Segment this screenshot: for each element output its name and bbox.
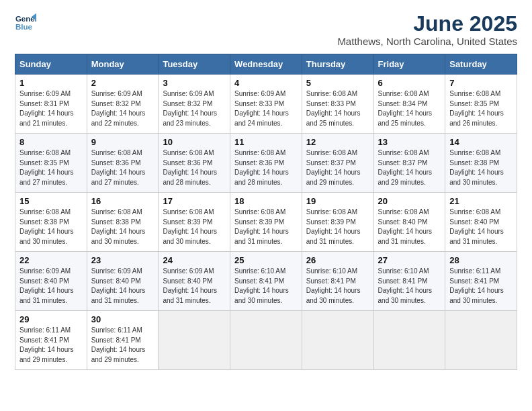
day-cell: 26Sunrise: 6:10 AM Sunset: 8:41 PM Dayli… [302,252,373,311]
day-info: Sunrise: 6:11 AM Sunset: 8:41 PM Dayligh… [19,326,83,365]
logo: General Blue General Blue [15,12,39,34]
day-number: 27 [378,255,441,265]
header-thursday: Thursday [302,54,373,75]
day-cell: 28Sunrise: 6:11 AM Sunset: 8:41 PM Dayli… [445,252,517,311]
svg-text:Blue: Blue [15,23,33,31]
day-info: Sunrise: 6:08 AM Sunset: 8:35 PM Dayligh… [449,89,513,128]
day-cell: 2Sunrise: 6:09 AM Sunset: 8:32 PM Daylig… [87,75,159,134]
day-info: Sunrise: 6:08 AM Sunset: 8:37 PM Dayligh… [306,148,369,187]
day-number: 19 [306,196,369,206]
day-number: 4 [234,78,298,88]
calendar-subtitle: Matthews, North Carolina, United States [337,36,517,47]
day-number: 18 [234,196,298,206]
week-row-3: 15Sunrise: 6:08 AM Sunset: 8:38 PM Dayli… [15,193,517,252]
day-number: 11 [234,137,298,147]
day-cell: 4Sunrise: 6:09 AM Sunset: 8:33 PM Daylig… [230,75,302,134]
title-block: June 2025 Matthews, North Carolina, Unit… [337,12,517,47]
day-info: Sunrise: 6:08 AM Sunset: 8:33 PM Dayligh… [306,89,369,128]
day-number: 15 [19,196,83,206]
page: General Blue General Blue June 2025 Matt… [0,0,532,411]
day-cell: 10Sunrise: 6:08 AM Sunset: 8:36 PM Dayli… [159,134,230,193]
week-row-2: 8Sunrise: 6:08 AM Sunset: 8:35 PM Daylig… [15,134,517,193]
day-info: Sunrise: 6:10 AM Sunset: 8:41 PM Dayligh… [234,267,298,306]
day-info: Sunrise: 6:08 AM Sunset: 8:38 PM Dayligh… [19,208,83,246]
day-number: 2 [91,78,154,88]
day-number: 9 [91,137,154,147]
day-cell: 13Sunrise: 6:08 AM Sunset: 8:37 PM Dayli… [373,134,445,193]
header-saturday: Saturday [445,54,517,75]
day-cell: 30Sunrise: 6:11 AM Sunset: 8:41 PM Dayli… [87,311,159,370]
day-number: 13 [378,137,441,147]
day-number: 22 [19,255,83,265]
day-info: Sunrise: 6:11 AM Sunset: 8:41 PM Dayligh… [449,267,513,306]
day-cell: 1Sunrise: 6:09 AM Sunset: 8:31 PM Daylig… [15,75,87,134]
day-number: 23 [91,255,154,265]
header: General Blue General Blue June 2025 Matt… [15,12,517,47]
day-info: Sunrise: 6:08 AM Sunset: 8:34 PM Dayligh… [378,89,441,128]
day-number: 28 [449,255,513,265]
calendar-title: June 2025 [337,12,517,36]
day-number: 24 [163,255,226,265]
header-monday: Monday [87,54,159,75]
day-number: 26 [306,255,369,265]
day-info: Sunrise: 6:09 AM Sunset: 8:40 PM Dayligh… [163,267,226,306]
day-info: Sunrise: 6:08 AM Sunset: 8:39 PM Dayligh… [163,208,226,246]
header-sunday: Sunday [15,54,87,75]
day-info: Sunrise: 6:08 AM Sunset: 8:38 PM Dayligh… [449,148,513,187]
day-info: Sunrise: 6:09 AM Sunset: 8:40 PM Dayligh… [91,267,154,306]
day-number: 25 [234,255,298,265]
day-cell [373,311,445,370]
day-cell [230,311,302,370]
day-number: 29 [19,314,83,324]
header-friday: Friday [373,54,445,75]
day-info: Sunrise: 6:08 AM Sunset: 8:36 PM Dayligh… [234,148,298,187]
day-info: Sunrise: 6:09 AM Sunset: 8:32 PM Dayligh… [91,89,154,128]
week-row-4: 22Sunrise: 6:09 AM Sunset: 8:40 PM Dayli… [15,252,517,311]
day-cell: 15Sunrise: 6:08 AM Sunset: 8:38 PM Dayli… [15,193,87,252]
day-info: Sunrise: 6:11 AM Sunset: 8:41 PM Dayligh… [91,326,154,365]
day-cell: 6Sunrise: 6:08 AM Sunset: 8:34 PM Daylig… [373,75,445,134]
day-info: Sunrise: 6:08 AM Sunset: 8:37 PM Dayligh… [378,148,441,187]
day-cell: 12Sunrise: 6:08 AM Sunset: 8:37 PM Dayli… [302,134,373,193]
day-cell: 16Sunrise: 6:08 AM Sunset: 8:38 PM Dayli… [87,193,159,252]
day-cell: 25Sunrise: 6:10 AM Sunset: 8:41 PM Dayli… [230,252,302,311]
day-cell: 23Sunrise: 6:09 AM Sunset: 8:40 PM Dayli… [87,252,159,311]
calendar-table: Sunday Monday Tuesday Wednesday Thursday… [15,54,517,370]
day-info: Sunrise: 6:09 AM Sunset: 8:33 PM Dayligh… [234,89,298,128]
day-info: Sunrise: 6:09 AM Sunset: 8:40 PM Dayligh… [19,267,83,306]
day-number: 14 [449,137,513,147]
day-cell: 21Sunrise: 6:08 AM Sunset: 8:40 PM Dayli… [445,193,517,252]
day-info: Sunrise: 6:08 AM Sunset: 8:39 PM Dayligh… [234,208,298,246]
day-cell: 29Sunrise: 6:11 AM Sunset: 8:41 PM Dayli… [15,311,87,370]
day-cell [445,311,517,370]
day-cell: 24Sunrise: 6:09 AM Sunset: 8:40 PM Dayli… [159,252,230,311]
week-row-5: 29Sunrise: 6:11 AM Sunset: 8:41 PM Dayli… [15,311,517,370]
day-number: 8 [19,137,83,147]
day-number: 21 [449,196,513,206]
day-number: 7 [449,78,513,88]
weekday-header-row: Sunday Monday Tuesday Wednesday Thursday… [15,54,517,75]
day-cell: 17Sunrise: 6:08 AM Sunset: 8:39 PM Dayli… [159,193,230,252]
day-number: 17 [163,196,226,206]
day-cell: 11Sunrise: 6:08 AM Sunset: 8:36 PM Dayli… [230,134,302,193]
day-cell: 14Sunrise: 6:08 AM Sunset: 8:38 PM Dayli… [445,134,517,193]
day-number: 3 [163,78,226,88]
day-info: Sunrise: 6:08 AM Sunset: 8:36 PM Dayligh… [91,148,154,187]
day-cell: 20Sunrise: 6:08 AM Sunset: 8:40 PM Dayli… [373,193,445,252]
header-tuesday: Tuesday [159,54,230,75]
day-cell: 18Sunrise: 6:08 AM Sunset: 8:39 PM Dayli… [230,193,302,252]
day-cell [302,311,373,370]
day-cell: 8Sunrise: 6:08 AM Sunset: 8:35 PM Daylig… [15,134,87,193]
day-cell: 22Sunrise: 6:09 AM Sunset: 8:40 PM Dayli… [15,252,87,311]
logo-icon: General Blue [15,12,36,34]
day-number: 16 [91,196,154,206]
week-row-1: 1Sunrise: 6:09 AM Sunset: 8:31 PM Daylig… [15,75,517,134]
day-info: Sunrise: 6:10 AM Sunset: 8:41 PM Dayligh… [378,267,441,306]
day-number: 30 [91,314,154,324]
day-info: Sunrise: 6:08 AM Sunset: 8:40 PM Dayligh… [378,208,441,246]
day-cell: 27Sunrise: 6:10 AM Sunset: 8:41 PM Dayli… [373,252,445,311]
day-number: 5 [306,78,369,88]
day-number: 20 [378,196,441,206]
day-info: Sunrise: 6:10 AM Sunset: 8:41 PM Dayligh… [306,267,369,306]
day-cell: 3Sunrise: 6:09 AM Sunset: 8:32 PM Daylig… [159,75,230,134]
